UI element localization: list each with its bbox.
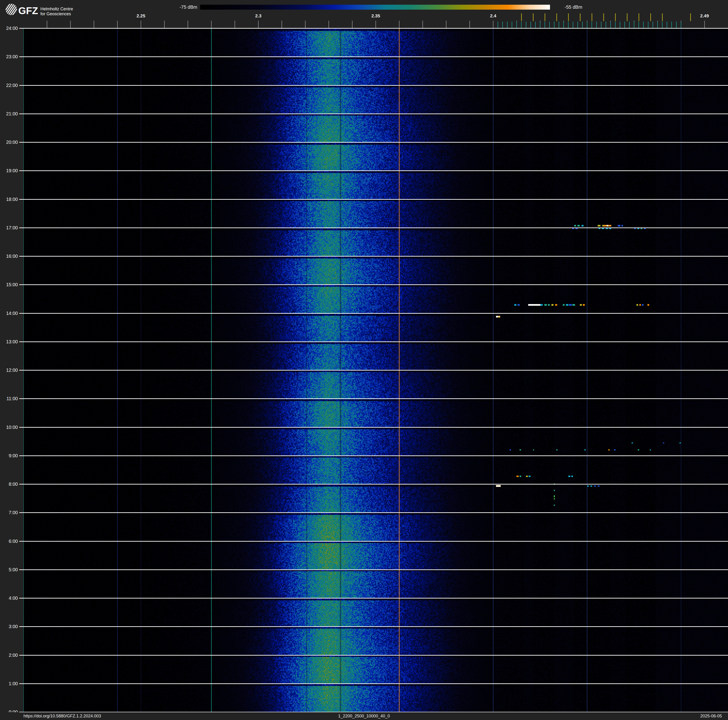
- hour-gridline: [19, 256, 728, 257]
- hour-gridline: [19, 227, 728, 228]
- wifi-channel-tick: [650, 14, 651, 21]
- hour-gridlines: [0, 28, 728, 712]
- freq-minor-tick: [493, 21, 493, 28]
- freq-minor-tick: [305, 21, 306, 28]
- doi-link[interactable]: https://doi.org/10.5880/GFZ.1.2.2024.003: [23, 714, 101, 718]
- hour-gridline: [19, 512, 728, 513]
- freq-minor-tick: [422, 21, 423, 28]
- hour-gridline: [19, 313, 728, 314]
- freq-tick-label: 2.25: [130, 14, 151, 18]
- dataset-id: 1_2200_2500_10000_40_0: [0, 714, 728, 718]
- freq-minor-tick: [235, 21, 235, 28]
- wifi-channel-tick: [580, 14, 581, 21]
- freq-minor-tick: [164, 21, 165, 28]
- hour-gridline: [19, 113, 728, 114]
- wifi-channel-tick: [615, 14, 616, 21]
- freq-minor-tick: [329, 21, 329, 28]
- freq-minor-tick: [211, 21, 212, 28]
- freq-minor-tick: [70, 21, 71, 28]
- ble-channel-tick: [681, 21, 681, 28]
- freq-minor-tick: [446, 21, 447, 28]
- ble-channel-tick: [657, 21, 658, 28]
- hour-gridline: [19, 626, 728, 627]
- ble-channel-tick: [540, 21, 540, 28]
- hour-gridline: [19, 28, 728, 29]
- ble-channel-tick: [568, 21, 569, 28]
- ble-channel-tick: [643, 21, 644, 28]
- wifi-channel-tick: [603, 14, 604, 21]
- wifi-channel-tick: [662, 14, 663, 21]
- freq-minor-tick: [704, 21, 705, 28]
- hour-gridline: [19, 455, 728, 456]
- ble-channel-tick: [512, 21, 512, 28]
- frequency-axis: 2.252.32.352.42.49: [0, 0, 728, 28]
- ble-channel-tick: [544, 21, 545, 28]
- spectrogram-plot-area: 24:0023:0022:0021:0020:0019:0018:0017:00…: [0, 28, 728, 712]
- freq-minor-tick: [188, 21, 188, 28]
- freq-minor-tick: [352, 21, 352, 28]
- freq-minor-tick: [94, 21, 94, 28]
- ble-channel-tick: [535, 21, 536, 28]
- ble-channel-tick: [639, 21, 639, 28]
- freq-tick-label: 2.49: [694, 14, 715, 18]
- wifi-channel-tick: [544, 14, 545, 21]
- ble-channel-tick: [587, 21, 587, 28]
- freq-minor-tick: [281, 21, 282, 28]
- hour-gridline: [19, 569, 728, 570]
- ble-channel-tick: [592, 21, 592, 28]
- ble-channel-tick: [526, 21, 526, 28]
- wifi-channel-tick: [556, 14, 557, 21]
- ble-channel-tick: [573, 21, 573, 28]
- ble-channel-tick: [606, 21, 606, 28]
- ble-channel-tick: [521, 21, 522, 28]
- hour-gridline: [19, 142, 728, 142]
- ble-channel-tick: [578, 21, 578, 28]
- ble-channel-tick: [596, 21, 597, 28]
- hour-gridline: [19, 57, 728, 57]
- hour-gridline: [19, 170, 728, 171]
- wifi-channel-tick: [639, 14, 639, 21]
- ble-channel-tick: [507, 21, 508, 28]
- ble-channel-tick: [662, 21, 662, 28]
- hour-gridline: [19, 199, 728, 200]
- ble-channel-tick: [634, 21, 634, 28]
- hour-gridline: [19, 484, 728, 484]
- hour-gridline: [19, 541, 728, 542]
- ble-channel-tick: [629, 21, 630, 28]
- ble-channel-tick: [516, 21, 517, 28]
- wifi-channel-tick: [568, 14, 569, 21]
- wifi-channel-tick: [592, 14, 592, 21]
- wifi-channel-tick: [533, 14, 534, 21]
- ble-channel-tick: [624, 21, 625, 28]
- ble-channel-tick: [648, 21, 648, 28]
- hour-gridline: [19, 284, 728, 285]
- freq-minor-tick: [258, 21, 258, 28]
- ble-channel-tick: [671, 21, 672, 28]
- wifi-channel-tick: [521, 14, 522, 21]
- hour-gridline: [19, 85, 728, 86]
- ble-channel-tick: [554, 21, 554, 28]
- hour-gridline: [19, 370, 728, 371]
- hour-gridline: [19, 427, 728, 428]
- spectrogram-page: GFZ Helmholtz Centre for Geosciences -75…: [0, 0, 728, 720]
- ble-channel-tick: [615, 21, 615, 28]
- ble-channel-tick: [531, 21, 531, 28]
- freq-minor-tick: [376, 21, 376, 28]
- freq-minor-tick: [117, 21, 118, 28]
- ble-channel-tick: [502, 21, 503, 28]
- hour-gridline: [19, 398, 728, 399]
- ble-channel-tick: [676, 21, 677, 28]
- hour-gridline: [19, 598, 728, 599]
- header-bar: GFZ Helmholtz Centre for Geosciences -75…: [0, 0, 728, 28]
- freq-minor-tick: [399, 21, 399, 28]
- freq-tick-label: 2.3: [248, 14, 269, 18]
- ble-channel-tick: [610, 21, 611, 28]
- freq-tick-label: 2.4: [483, 14, 504, 18]
- hour-gridline: [19, 655, 728, 656]
- wifi-channel-tick: [627, 14, 627, 21]
- hour-gridline: [19, 683, 728, 684]
- ble-channel-tick: [620, 21, 620, 28]
- wifi-channel-tick: [690, 14, 691, 21]
- ble-channel-tick: [582, 21, 583, 28]
- freq-tick-label: 2.35: [365, 14, 386, 18]
